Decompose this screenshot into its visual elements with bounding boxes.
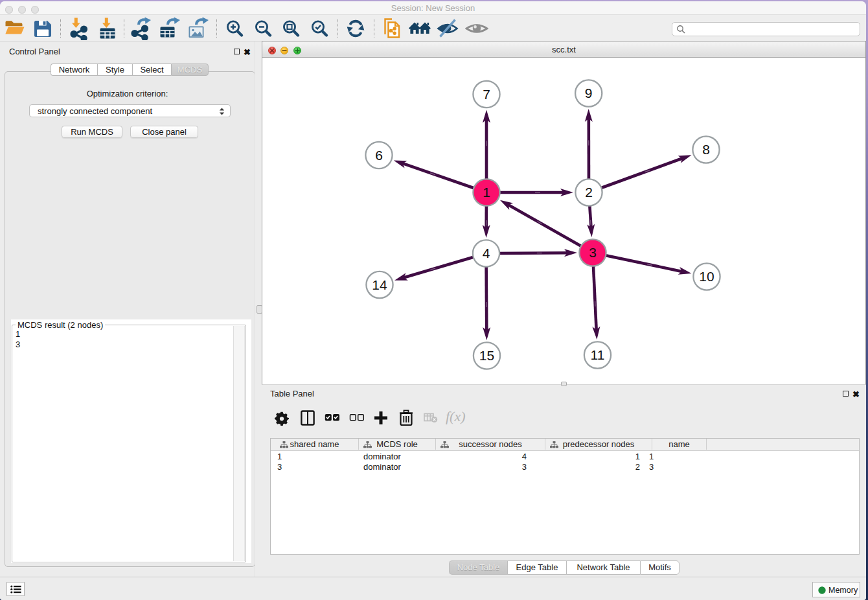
svg-text:11: 11 [591, 347, 605, 362]
svg-text:4: 4 [483, 246, 490, 260]
svg-text:6: 6 [375, 148, 383, 163]
svg-text:15: 15 [479, 348, 494, 363]
svg-text:14: 14 [372, 277, 387, 292]
svg-text:7: 7 [483, 87, 490, 102]
svg-text:1: 1 [483, 185, 490, 200]
svg-text:8: 8 [702, 142, 710, 157]
svg-text:2: 2 [585, 185, 593, 200]
svg-text:10: 10 [699, 269, 714, 284]
svg-text:9: 9 [585, 86, 593, 100]
svg-text:3: 3 [589, 245, 597, 260]
